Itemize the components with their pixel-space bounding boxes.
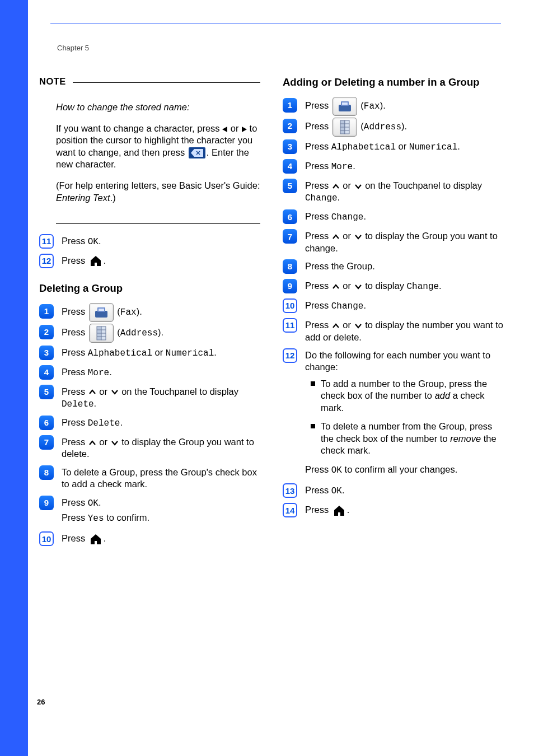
step-number-4: 4	[283, 159, 297, 174]
chevron-down-icon	[354, 323, 362, 329]
step-number-7: 7	[39, 435, 54, 450]
heading-adding: Adding or Deleting a number in a Group	[283, 76, 504, 89]
left-column: NOTE How to change the stored name: If y…	[39, 76, 260, 551]
step-number-7: 7	[283, 229, 297, 244]
note-end-rule	[56, 223, 260, 224]
left-accent-bar	[0, 0, 28, 756]
step-number-12: 12	[283, 348, 297, 363]
step-number-10: 10	[283, 298, 297, 313]
step-number-11: 11	[39, 234, 54, 249]
add-step-9: 9 Press or to display Change.	[283, 279, 504, 293]
chevron-up-icon	[332, 283, 340, 290]
del-step-1: 1 Press (Fax).	[39, 304, 260, 320]
chevron-up-icon	[332, 234, 340, 240]
svg-rect-12	[342, 102, 348, 105]
home-icon	[89, 533, 102, 545]
add-step-6: 6 Press Change.	[283, 209, 504, 224]
note-heading: NOTE	[39, 76, 260, 87]
del-step-5: 5 Press or on the Touchpanel to display …	[39, 385, 260, 410]
step-12-body: Press .	[62, 254, 260, 267]
add-step-3: 3 Press Alphabetical or Numerical.	[283, 139, 504, 154]
add-step-5: 5 Press or on the Touchpanel to display …	[283, 179, 504, 204]
add-step-4: 4 Press More.	[283, 159, 504, 174]
step-number-9: 9	[39, 496, 54, 510]
chevron-up-icon	[332, 323, 340, 329]
top-rule	[50, 24, 501, 24]
step-11: 11 Press OK.	[39, 234, 260, 249]
address-book-icon	[332, 118, 357, 137]
step-number-9: 9	[283, 279, 297, 293]
step-11-body: Press OK.	[62, 234, 260, 248]
fax-icon	[89, 303, 114, 322]
address-book-icon	[89, 324, 114, 343]
content-area: NOTE How to change the stored name: If y…	[39, 76, 507, 551]
sublist: To add a number to the Group, press the …	[305, 378, 504, 457]
del-step-8: 8 To delete a Group, press the Group's c…	[39, 465, 260, 491]
page-number: 26	[37, 698, 45, 706]
right-column: Adding or Deleting a number in a Group 1…	[283, 76, 504, 551]
svg-rect-3	[99, 309, 104, 311]
step-number-2: 2	[283, 119, 297, 133]
add-step-2: 2 Press (Address).	[283, 119, 504, 134]
del-step-2: 2 Press (Address).	[39, 325, 260, 340]
add-step-10: 10 Press Change.	[283, 298, 504, 313]
step-number-5: 5	[39, 385, 54, 399]
add-step-13: 13 Press OK.	[283, 483, 504, 498]
del-step-7: 7 Press or to display the Group you want…	[39, 435, 260, 460]
add-step-1: 1 Press (Fax).	[283, 98, 504, 114]
chevron-down-icon	[111, 389, 119, 395]
note-paragraph-1: If you want to change a character, press…	[56, 123, 260, 171]
arrow-right-icon	[242, 127, 247, 132]
home-icon	[332, 505, 346, 517]
step-number-2: 2	[39, 325, 54, 339]
del-step-9: 9 Press OK. Press Yes to confirm.	[39, 496, 260, 527]
note-intro: How to change the stored name:	[56, 102, 189, 112]
step-number-13: 13	[283, 483, 297, 498]
svg-rect-18	[338, 512, 340, 516]
step-number-12: 12	[39, 254, 54, 268]
step-number-3: 3	[39, 346, 54, 360]
step-number-10: 10	[39, 531, 54, 546]
add-step-11: 11 Press or to display the number you wa…	[283, 318, 504, 343]
square-bullet-icon	[311, 424, 315, 428]
step-number-1: 1	[39, 304, 54, 319]
chevron-down-icon	[354, 283, 362, 290]
chevron-down-icon	[354, 234, 362, 240]
chevron-up-icon	[332, 183, 340, 190]
chevron-up-icon	[88, 389, 96, 395]
sublist-item: To delete a number from the Group, press…	[305, 421, 504, 456]
chevron-up-icon	[88, 440, 96, 446]
step-number-8: 8	[39, 465, 54, 480]
step-number-6: 6	[283, 209, 297, 224]
home-icon	[89, 255, 102, 267]
step-number-6: 6	[39, 416, 54, 430]
del-step-10: 10 Press .	[39, 531, 260, 546]
add-step-7: 7 Press or to display the Group you want…	[283, 229, 504, 254]
note-rule	[73, 82, 260, 83]
step-number-8: 8	[283, 259, 297, 274]
del-step-4: 4 Press More.	[39, 365, 260, 380]
arrow-left-icon	[222, 127, 227, 132]
fax-icon	[332, 97, 357, 116]
note-body: How to change the stored name: If you wa…	[39, 91, 260, 216]
note-title-text: NOTE	[39, 76, 66, 87]
svg-rect-0	[95, 263, 96, 266]
step-number-3: 3	[283, 139, 297, 154]
add-step-8: 8 Press the Group.	[283, 259, 504, 274]
add-step-14: 14 Press .	[283, 503, 504, 517]
add-step-12: 12 Do the following for each number you …	[283, 348, 504, 478]
note-paragraph-2: (For help entering letters, see Basic Us…	[56, 180, 260, 204]
step-12: 12 Press .	[39, 254, 260, 268]
square-bullet-icon	[311, 381, 315, 386]
sublist-item: To add a number to the Group, press the …	[305, 378, 504, 414]
chevron-down-icon	[354, 183, 362, 190]
backspace-icon	[189, 147, 205, 158]
step-number-4: 4	[39, 365, 54, 380]
step-number-11: 11	[283, 318, 297, 333]
heading-deleting: Deleting a Group	[39, 282, 260, 295]
manual-page: Chapter 5 26 NOTE How to change the stor…	[0, 0, 534, 756]
svg-rect-9	[95, 541, 96, 544]
step-number-1: 1	[283, 98, 297, 113]
chapter-label: Chapter 5	[57, 44, 89, 52]
step-number-5: 5	[283, 179, 297, 193]
